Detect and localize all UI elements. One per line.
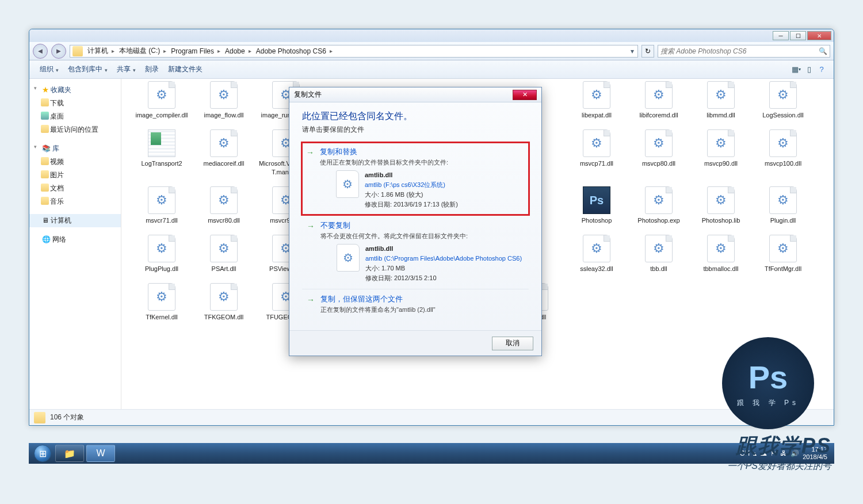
file-item[interactable]: mediacoreif.dll	[195, 129, 253, 176]
dialog-close-button[interactable]: ✕	[513, 90, 537, 100]
dll-icon	[769, 81, 797, 109]
dropdown-icon[interactable]: ▾	[627, 47, 637, 55]
file-item[interactable]: libmmd.dll	[692, 81, 750, 119]
breadcrumb[interactable]: Adobe Photoshop CS6	[254, 47, 335, 55]
view-button[interactable]: ▦▾	[790, 63, 803, 76]
dll-icon	[707, 81, 735, 109]
sidebar-desktop[interactable]: 桌面	[29, 110, 121, 123]
sidebar: ★ 收藏夹 下载 桌面 最近访问的位置 📚 库 视频 图片 文档 音乐 🖥 计算…	[29, 79, 121, 409]
file-item[interactable]: LogTransport2	[133, 129, 190, 176]
newfolder-button[interactable]: 新建文件夹	[163, 62, 207, 77]
file-label: ssleay32.dll	[580, 265, 613, 273]
dll-icon	[210, 283, 238, 311]
start-button[interactable]	[31, 444, 54, 463]
file-label: libexpat.dll	[582, 111, 612, 119]
option-keep-both[interactable]: 复制，但保留这两个文件 正在复制的文件将重命名为"amtlib (2).dll"	[302, 289, 529, 323]
dialog-titlebar: 复制文件 ✕	[289, 87, 541, 102]
file-item[interactable]: Photoshop.exp	[630, 186, 688, 224]
file-item[interactable]: msvcp80.dll	[630, 129, 688, 176]
file-label: msvcp90.dll	[704, 159, 738, 167]
file-item[interactable]: image_compiler.dll	[133, 81, 190, 119]
dll-icon	[645, 81, 673, 109]
file-label: image_compiler.dll	[135, 111, 188, 119]
dll-icon	[583, 235, 610, 262]
burn-button[interactable]: 刻录	[140, 62, 163, 77]
sidebar-video[interactable]: 视频	[29, 155, 121, 169]
file-label: tbb.dll	[650, 265, 667, 273]
include-button[interactable]: 包含到库中	[63, 62, 112, 77]
minimize-button[interactable]: ─	[773, 31, 789, 40]
file-item[interactable]: msvcr71.dll	[133, 186, 190, 224]
file-icon	[337, 244, 360, 272]
file-item[interactable]: msvcr80.dll	[195, 186, 253, 224]
file-item[interactable]: libexpat.dll	[568, 81, 625, 119]
taskbar: 📁 W CH ▴ ☁ ⚑ 🖧 🔊 17:17 2018/4/5	[29, 443, 834, 464]
sidebar-libraries[interactable]: 📚 库	[29, 142, 121, 155]
file-label: msvcp100.dll	[765, 159, 801, 167]
option-copy-replace[interactable]: 复制和替换 使用正在复制的文件替换目标文件夹中的文件: amtlib.dll a…	[301, 142, 530, 216]
sidebar-documents[interactable]: 文档	[29, 182, 121, 195]
sidebar-music[interactable]: 音乐	[29, 195, 121, 208]
dialog-main-text: 此位置已经包含同名文件。	[302, 110, 529, 123]
address-bar[interactable]: 计算机 本地磁盘 (C:) Program Files Adobe Adobe …	[70, 45, 638, 58]
sidebar-computer[interactable]: 🖥 计算机	[29, 214, 121, 227]
cancel-button[interactable]: 取消	[492, 337, 533, 350]
file-item[interactable]: TFKGEOM.dll	[195, 283, 253, 330]
file-item[interactable]: image_flow.dll	[195, 81, 253, 119]
search-input[interactable]	[660, 47, 819, 55]
organize-button[interactable]: 组织	[35, 62, 63, 77]
file-label: LogTransport2	[141, 159, 182, 167]
dll-icon	[707, 186, 735, 214]
dll-icon	[645, 129, 673, 157]
file-item[interactable]: TfFontMgr.dll	[754, 235, 812, 273]
file-icon	[336, 170, 359, 198]
file-item[interactable]: PSArt.dll	[195, 235, 253, 273]
file-item[interactable]: PlugPlug.dll	[133, 235, 190, 273]
preview-pane-button[interactable]: ▯	[803, 63, 815, 76]
dll-icon	[210, 235, 238, 262]
help-button[interactable]: ?	[815, 63, 828, 76]
breadcrumb[interactable]: Adobe	[223, 47, 254, 55]
dll-icon	[645, 186, 673, 214]
file-label: image_flow.dll	[204, 111, 243, 119]
close-button[interactable]: ✕	[807, 31, 831, 40]
file-item[interactable]: msvcp100.dll	[754, 129, 812, 176]
file-item[interactable]: Plugin.dll	[754, 186, 812, 224]
file-item[interactable]: TfKernel.dll	[133, 283, 190, 330]
file-item[interactable]: msvcp90.dll	[692, 129, 750, 176]
breadcrumb[interactable]: Program Files	[169, 47, 223, 55]
file-item[interactable]: libifcoremd.dll	[630, 81, 688, 119]
dll-icon	[707, 235, 735, 262]
exe-icon	[583, 186, 610, 214]
back-button[interactable]: ◄	[33, 44, 48, 59]
sidebar-recent[interactable]: 最近访问的位置	[29, 123, 121, 136]
share-button[interactable]: 共享	[112, 62, 140, 77]
task-word[interactable]: W	[86, 445, 115, 462]
file-item[interactable]: tbbmalloc.dll	[692, 235, 750, 273]
search-box[interactable]: 🔍	[658, 45, 830, 58]
task-explorer[interactable]: 📁	[55, 445, 84, 462]
sidebar-network[interactable]: 🌐 网络	[29, 233, 121, 246]
file-label: msvcr71.dll	[146, 216, 178, 224]
file-item[interactable]: tbb.dll	[630, 235, 688, 273]
forward-button[interactable]: ►	[51, 44, 66, 59]
dll-icon	[583, 129, 610, 157]
titlebar: ─ ☐ ✕	[29, 29, 834, 42]
file-item[interactable]: msvcp71.dll	[568, 129, 625, 176]
status-bar: 106 个对象	[29, 409, 834, 425]
breadcrumb[interactable]: 计算机	[85, 46, 117, 56]
dll-icon	[583, 81, 610, 109]
search-icon: 🔍	[819, 47, 827, 55]
sidebar-favorites[interactable]: ★ 收藏夹	[29, 83, 121, 97]
sidebar-downloads[interactable]: 下载	[29, 97, 121, 110]
refresh-button[interactable]: ↻	[641, 45, 654, 58]
file-item[interactable]: Photoshop.lib	[692, 186, 750, 224]
sidebar-pictures[interactable]: 图片	[29, 169, 121, 182]
file-label: TfFontMgr.dll	[765, 265, 801, 273]
breadcrumb[interactable]: 本地磁盘 (C:)	[117, 46, 169, 56]
file-item[interactable]: ssleay32.dll	[568, 235, 625, 273]
maximize-button[interactable]: ☐	[790, 31, 806, 40]
option-dont-copy[interactable]: 不要复制 将不会更改任何文件。将此文件保留在目标文件夹中: amtlib.dll…	[302, 216, 529, 289]
file-item[interactable]: LogSession.dll	[754, 81, 812, 119]
file-item[interactable]: Photoshop	[568, 186, 625, 224]
